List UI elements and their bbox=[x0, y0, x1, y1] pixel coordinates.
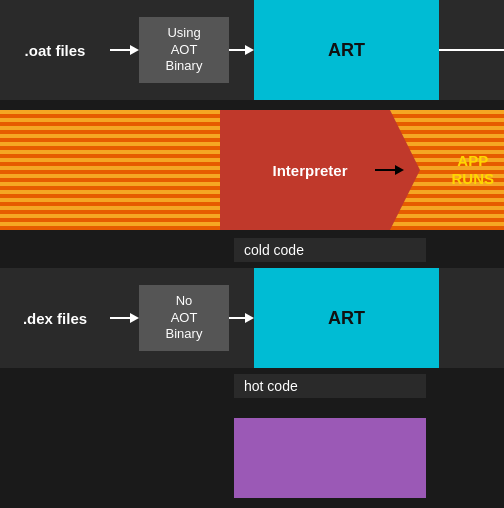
oat-files-label: .oat files bbox=[0, 42, 110, 59]
line2 bbox=[229, 49, 245, 51]
hot-code-label: hot code bbox=[234, 374, 426, 398]
arrow-aot-to-art bbox=[229, 45, 254, 55]
section-jit: Just-in-Time (JIT) bbox=[0, 408, 504, 508]
arrow-oat-to-aot bbox=[110, 45, 139, 55]
arrow-dex-to-noaot bbox=[110, 313, 139, 323]
cold-code-label: cold code bbox=[234, 238, 426, 262]
section-interpreter: Interpreter APP RUNS bbox=[0, 110, 504, 230]
interpreter-label: Interpreter bbox=[272, 162, 367, 179]
no-aot-box: No AOT Binary bbox=[139, 285, 229, 352]
jit-box bbox=[234, 418, 426, 498]
diagram: .oat files Using AOT Binary ART Interpre… bbox=[0, 0, 504, 508]
line-after-art1 bbox=[439, 49, 504, 51]
using-aot-box: Using AOT Binary bbox=[139, 17, 229, 84]
app-runs-label-1: APP RUNS bbox=[451, 152, 494, 188]
arrowhead3 bbox=[130, 313, 139, 323]
arrow-solid-line bbox=[375, 169, 395, 171]
line1 bbox=[110, 49, 130, 51]
arrowhead1 bbox=[130, 45, 139, 55]
line3 bbox=[110, 317, 130, 319]
line4 bbox=[229, 317, 245, 319]
dex-files-label: .dex files bbox=[0, 310, 110, 327]
arrowhead2 bbox=[245, 45, 254, 55]
section-aot: .oat files Using AOT Binary ART bbox=[0, 0, 504, 100]
arrowhead-dark bbox=[395, 165, 404, 175]
art-box-2: ART bbox=[254, 268, 439, 368]
art-box-1: ART bbox=[254, 0, 439, 100]
section-dex: .dex files No AOT Binary ART bbox=[0, 268, 504, 368]
arrow-interpreter-to-app bbox=[375, 165, 404, 175]
arrow-noaot-to-art bbox=[229, 313, 254, 323]
arrowhead4 bbox=[245, 313, 254, 323]
